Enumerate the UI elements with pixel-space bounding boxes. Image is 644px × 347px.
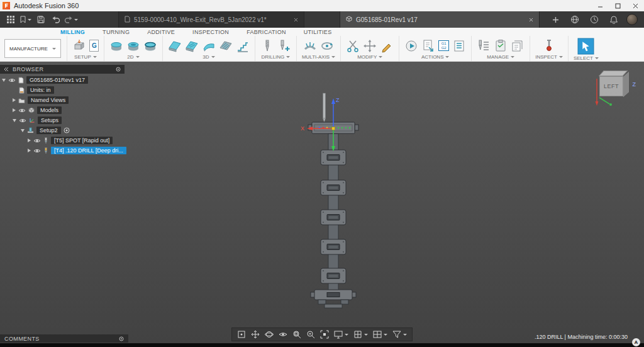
display-settings-icon[interactable] — [332, 329, 350, 339]
tab-turning[interactable]: TURNING — [94, 29, 138, 35]
expand-arrow-icon[interactable] — [13, 98, 16, 102]
2d-face-icon[interactable] — [109, 39, 123, 53]
tree-item-label[interactable]: Setup2 — [36, 127, 61, 134]
swarf-icon[interactable] — [303, 39, 317, 53]
task-manager-icon[interactable] — [494, 39, 508, 53]
probe-icon[interactable] — [542, 39, 556, 53]
tree-item-label[interactable]: Setups — [38, 117, 62, 124]
tree-item-setup2[interactable]: Setup2 — [0, 125, 126, 135]
zoom-icon[interactable] — [304, 329, 317, 339]
comments-bar[interactable]: COMMENTS — [0, 334, 128, 343]
tab-milling[interactable]: MILLING — [52, 29, 94, 35]
document-tab-inactive[interactable]: 5159-0000-410_Wire-Exit_RevB_5Jan2022 v1… — [118, 11, 304, 28]
avatar[interactable] — [626, 14, 638, 25]
orbit-icon[interactable] — [263, 329, 275, 339]
steep-shallow-icon[interactable] — [202, 39, 216, 53]
maximize-button[interactable] — [609, 0, 626, 11]
group-dropdown-multiaxis[interactable]: MULTI-AXIS — [302, 54, 335, 60]
redo-icon[interactable] — [64, 13, 78, 26]
bore-icon[interactable] — [277, 39, 291, 53]
expand-arrow-icon[interactable] — [13, 108, 16, 112]
visibility-eye-icon[interactable] — [18, 108, 26, 113]
close-button[interactable] — [626, 0, 644, 11]
window-selection-icon[interactable] — [577, 38, 594, 55]
viewport-canvas[interactable]: BROWSER G051685-01Rev1 v17 Units: in Nam… — [0, 62, 644, 343]
minimize-button[interactable] — [591, 0, 609, 11]
marking-menu-icon[interactable] — [235, 329, 248, 339]
workspace-selector[interactable]: MANUFACTURE — [4, 39, 61, 58]
comments-expand-icon[interactable] — [119, 336, 124, 341]
job-status-icon[interactable] — [587, 13, 601, 26]
2d-contour-icon[interactable] — [143, 39, 157, 53]
tab-inspection[interactable]: INSPECTION — [184, 29, 238, 35]
rotary-icon[interactable] — [320, 39, 334, 53]
tree-item-models[interactable]: Models — [0, 105, 126, 115]
group-dropdown-2d[interactable]: 2D — [109, 54, 157, 60]
tree-item-units[interactable]: Units: in — [0, 85, 126, 95]
tree-item-setups[interactable]: Setups — [0, 115, 126, 125]
tab-fabrication[interactable]: FABRICATION — [238, 29, 295, 35]
viewcube-top-face[interactable] — [599, 71, 628, 76]
selection-filter-icon[interactable] — [391, 329, 409, 339]
post-process-icon[interactable] — [421, 39, 435, 53]
parallel-icon[interactable] — [219, 39, 233, 53]
drill-icon[interactable] — [260, 39, 274, 53]
group-dropdown-modify[interactable]: MODIFY — [346, 54, 394, 60]
tree-item-label[interactable]: Units: in — [27, 86, 54, 94]
viewcube[interactable]: LEFT Z — [588, 67, 636, 109]
tool-library-icon[interactable] — [477, 39, 491, 53]
group-dropdown-actions[interactable]: ACTIONS — [404, 54, 466, 60]
expand-arrow-icon[interactable] — [28, 139, 31, 142]
expand-arrow-icon[interactable] — [21, 129, 25, 132]
browser-panel-header[interactable]: BROWSER — [0, 65, 125, 74]
grid-settings-icon[interactable] — [352, 329, 370, 339]
notifications-bell-icon[interactable] — [607, 13, 621, 26]
fit-icon[interactable] — [318, 329, 331, 339]
tree-item-label[interactable]: Models — [37, 106, 62, 114]
group-dropdown-setup[interactable]: SETUP — [72, 54, 99, 60]
data-panel-toggle-icon[interactable] — [4, 13, 18, 26]
save-icon[interactable] — [34, 13, 48, 26]
group-dropdown-manage[interactable]: MANAGE — [477, 54, 525, 60]
close-tab-icon[interactable] — [294, 16, 298, 23]
contour-steps-icon[interactable] — [236, 39, 250, 53]
transform-toolpath-icon[interactable] — [363, 39, 377, 53]
tab-additive[interactable]: ADDITIVE — [138, 29, 184, 35]
new-setup-icon[interactable] — [72, 39, 86, 53]
trim-toolpath-icon[interactable] — [346, 39, 360, 53]
tab-utilities[interactable]: UTILITIES — [295, 29, 341, 35]
viewcube-front-face[interactable]: LEFT — [599, 76, 623, 96]
tree-item-operation-t4[interactable]: [T4] .120 DRILL [Deep dri... — [0, 145, 126, 156]
tree-item-label[interactable]: Named Views — [28, 96, 69, 104]
model-3d-part[interactable]: Z X — [296, 92, 371, 319]
visibility-eye-icon[interactable] — [33, 138, 41, 144]
close-tab-icon[interactable] — [529, 16, 533, 23]
group-dropdown-inspect[interactable]: INSPECT — [535, 54, 563, 60]
visibility-eye-icon[interactable] — [8, 77, 16, 83]
add-tab-button[interactable] — [548, 13, 562, 26]
active-setup-target-icon[interactable] — [64, 127, 70, 134]
group-dropdown-drilling[interactable]: DRILLING — [260, 54, 291, 60]
viewports-icon[interactable] — [371, 329, 389, 339]
tree-item-label[interactable]: [T4] .120 DRILL [Deep dri... — [51, 147, 126, 154]
g1g2-post-icon[interactable]: G1 G2 — [438, 40, 449, 51]
expand-arrow-icon[interactable] — [13, 119, 16, 122]
simulate-icon[interactable] — [404, 39, 418, 53]
edit-toolpath-icon[interactable] — [380, 39, 394, 53]
visibility-eye-icon[interactable] — [19, 118, 26, 123]
document-tab-active[interactable]: G051685-01Rev1 v17 — [340, 11, 540, 28]
expand-arrow-icon[interactable] — [28, 149, 31, 152]
tree-item-label[interactable]: [T5] SPOT [Rapid out] — [51, 137, 113, 144]
adaptive-clearing-icon[interactable] — [168, 39, 182, 53]
tree-item-document-root[interactable]: G051685-01Rev1 v17 — [0, 75, 126, 85]
tree-item-named-views[interactable]: Named Views — [0, 95, 126, 105]
tree-item-operation-t5[interactable]: [T5] SPOT [Rapid out] — [0, 135, 126, 145]
group-dropdown-select[interactable]: SELECT — [574, 55, 599, 61]
browser-display-settings-icon[interactable] — [116, 67, 121, 72]
viewcube-right-face[interactable] — [623, 72, 629, 97]
bookmark-icon[interactable] — [19, 13, 33, 26]
undo-icon[interactable] — [49, 13, 63, 26]
extensions-icon[interactable] — [568, 13, 582, 26]
zoom-window-icon[interactable] — [291, 329, 303, 339]
visibility-eye-icon[interactable] — [33, 148, 41, 154]
